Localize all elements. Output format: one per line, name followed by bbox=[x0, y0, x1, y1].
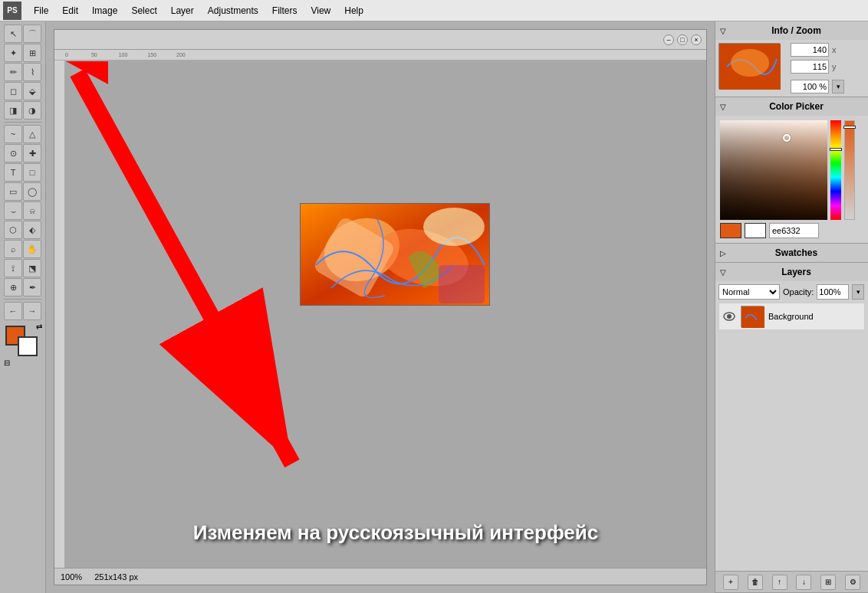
menu-view[interactable]: View bbox=[304, 3, 337, 18]
swatches-toggle-icon: ▷ bbox=[720, 249, 726, 257]
dodge-tool[interactable]: ◑ bbox=[23, 101, 41, 120]
minimize-button[interactable]: – bbox=[663, 34, 674, 45]
clone-tool[interactable]: ⊙ bbox=[4, 144, 22, 162]
transparency-cursor bbox=[843, 126, 856, 129]
layer-name-label: Background bbox=[768, 312, 814, 321]
sharpen-tool[interactable]: △ bbox=[23, 125, 41, 143]
menu-filters[interactable]: Filters bbox=[266, 3, 304, 18]
maximize-button[interactable]: □ bbox=[677, 34, 688, 45]
menu-adjustments[interactable]: Adjustments bbox=[202, 3, 265, 18]
color-picker-header[interactable]: ▽ Color Picker bbox=[715, 97, 868, 116]
opacity-input[interactable] bbox=[817, 284, 849, 300]
info-zoom-section: ▽ Info / Zoom x bbox=[715, 21, 868, 97]
crop-tool[interactable]: ⊞ bbox=[23, 44, 41, 62]
forward-arrow-tool[interactable]: → bbox=[23, 302, 41, 320]
y-coord-row: y bbox=[791, 60, 844, 74]
canvas-content[interactable]: 0 50 100 150 200 bbox=[54, 50, 706, 568]
hand-tool[interactable]: ✋ bbox=[23, 240, 41, 258]
color-picker-section: ▽ Color Picker bbox=[715, 97, 868, 244]
quick-mask-tool[interactable]: ⬡ bbox=[4, 221, 22, 239]
brush-tool[interactable]: ⌇ bbox=[23, 63, 41, 81]
lasso-tool[interactable]: ⌒ bbox=[23, 25, 41, 43]
smudge-tool[interactable]: ~ bbox=[4, 125, 22, 143]
background-color[interactable] bbox=[18, 336, 38, 356]
menu-edit[interactable]: Edit bbox=[56, 3, 84, 18]
foreground-swatch[interactable] bbox=[720, 223, 741, 238]
eyedropper-tool[interactable]: ⟟ bbox=[4, 259, 22, 277]
move-up-button[interactable]: ↑ bbox=[772, 575, 787, 590]
menu-file[interactable]: File bbox=[28, 3, 54, 18]
menu-help[interactable]: Help bbox=[338, 3, 370, 18]
canvas-titlebar: – □ × bbox=[54, 30, 706, 50]
move-tool[interactable]: ↖ bbox=[4, 25, 22, 43]
layer-thumbnail bbox=[741, 306, 764, 327]
menu-bar: PS File Edit Image Select Layer Adjustme… bbox=[0, 0, 868, 21]
swatches-header[interactable]: ▷ Swatches bbox=[715, 244, 868, 262]
hue-bar[interactable] bbox=[830, 120, 841, 220]
color-picker-title: Color Picker bbox=[729, 101, 863, 112]
x-coord-row: x bbox=[791, 43, 844, 57]
hex-color-input[interactable] bbox=[769, 223, 819, 238]
blend-mode-select[interactable]: Normal bbox=[718, 284, 780, 300]
layer-settings-button[interactable]: ⚙ bbox=[845, 575, 860, 590]
navigate-tool[interactable]: ⊕ bbox=[4, 278, 22, 296]
info-content: x y ▾ bbox=[718, 43, 865, 93]
heal-tool[interactable]: ✚ bbox=[23, 144, 41, 162]
preview-thumbnail bbox=[718, 43, 780, 89]
layer-visibility-icon[interactable] bbox=[722, 310, 736, 323]
x-coord-input[interactable] bbox=[791, 43, 829, 57]
zoom-input[interactable] bbox=[791, 80, 829, 93]
menu-select[interactable]: Select bbox=[125, 3, 163, 18]
close-button[interactable]: × bbox=[691, 34, 702, 45]
layers-header[interactable]: ▽ Layers bbox=[715, 263, 868, 281]
color-gradient-box[interactable] bbox=[720, 120, 827, 220]
reset-colors-icon[interactable]: ⊟ bbox=[4, 359, 10, 367]
menu-layer[interactable]: Layer bbox=[165, 3, 200, 18]
delete-layer-button[interactable]: 🗑 bbox=[748, 575, 763, 590]
pen-tool[interactable]: ✒ bbox=[23, 278, 41, 296]
tool-group-2: ✦ ⊞ bbox=[4, 44, 41, 62]
path-tool[interactable]: ⬔ bbox=[23, 259, 41, 277]
zoom-tool[interactable]: ⌕ bbox=[4, 240, 22, 258]
rect-select-tool[interactable]: ▭ bbox=[4, 182, 22, 201]
text-tool[interactable]: T bbox=[4, 163, 22, 182]
background-layer-row[interactable]: Background bbox=[718, 303, 865, 330]
blend-mode-row: Normal Opacity: ▾ bbox=[718, 284, 865, 300]
eraser-tool[interactable]: ◻ bbox=[4, 82, 22, 100]
opacity-dropdown-button[interactable]: ▾ bbox=[852, 284, 864, 300]
right-panel: ▽ Info / Zoom x bbox=[715, 21, 868, 593]
merge-button[interactable]: ⊞ bbox=[820, 575, 836, 590]
background-swatch[interactable] bbox=[745, 223, 766, 238]
new-layer-button[interactable]: + bbox=[723, 575, 738, 590]
ellipse-select-tool[interactable]: ◯ bbox=[23, 182, 41, 201]
menu-image[interactable]: Image bbox=[86, 3, 123, 18]
move-down-button[interactable]: ↓ bbox=[796, 575, 811, 590]
fill-tool[interactable]: ⬙ bbox=[23, 82, 41, 100]
tool-group-3: ✏ ⌇ bbox=[4, 63, 41, 81]
toolbar-divider-2 bbox=[4, 299, 42, 300]
measure-tool[interactable]: ⬖ bbox=[23, 221, 41, 239]
svg-line-8 bbox=[77, 73, 292, 464]
back-arrow-tool[interactable]: ← bbox=[4, 302, 22, 320]
pencil-tool[interactable]: ✏ bbox=[4, 63, 22, 81]
hue-cursor bbox=[830, 148, 842, 151]
swap-colors-icon[interactable]: ⇄ bbox=[36, 323, 42, 331]
shape-tool[interactable]: □ bbox=[23, 163, 41, 182]
polygon-lasso-tool[interactable]: ⍾ bbox=[23, 201, 41, 220]
app-logo: PS bbox=[3, 2, 21, 20]
layers-section: ▽ Layers Normal Opacity: ▾ bbox=[715, 263, 868, 593]
tool-group-1: ↖ ⌒ bbox=[4, 25, 41, 43]
transparency-bar[interactable] bbox=[844, 120, 855, 220]
info-zoom-header[interactable]: ▽ Info / Zoom bbox=[715, 21, 868, 40]
magic-wand-tool[interactable]: ✦ bbox=[4, 44, 22, 62]
zoom-dropdown-button[interactable]: ▾ bbox=[832, 80, 844, 93]
tool-group-10: ⌣ ⍾ bbox=[4, 201, 41, 220]
y-coord-input[interactable] bbox=[791, 60, 829, 74]
gradient-tool[interactable]: ◨ bbox=[4, 101, 22, 120]
color-selector: ⇄ ⊟ bbox=[4, 326, 42, 364]
swatches-title: Swatches bbox=[729, 247, 863, 258]
svg-rect-14 bbox=[741, 306, 764, 328]
freeform-lasso-tool[interactable]: ⌣ bbox=[4, 201, 22, 220]
zoom-row: ▾ bbox=[791, 80, 844, 93]
tool-group-8: T □ bbox=[4, 163, 41, 182]
